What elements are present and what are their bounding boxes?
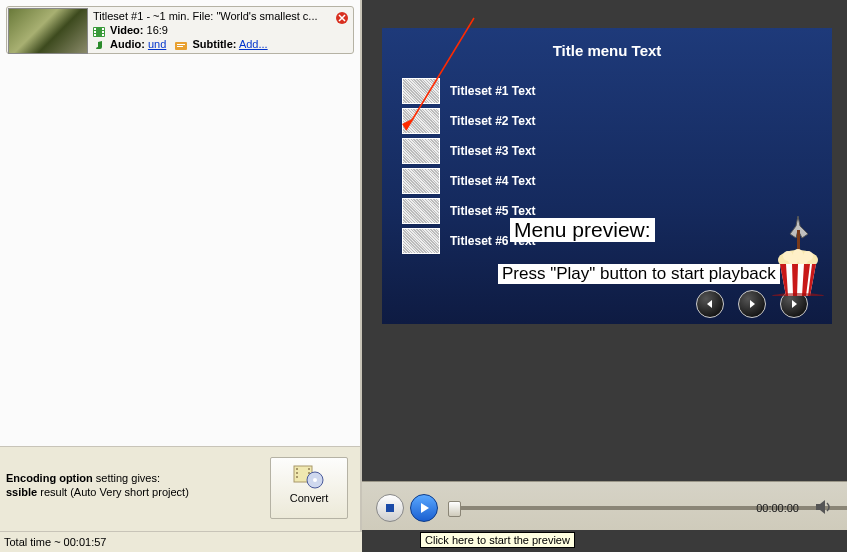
note-icon [93, 40, 105, 50]
right-pane: Title menu Text Titleset #1 Text Titlese… [362, 0, 847, 552]
svg-rect-1 [94, 28, 96, 30]
dvd-menu-item[interactable]: Titleset #3 Text [402, 136, 536, 166]
play-button[interactable] [410, 494, 438, 522]
titleset-info: Titleset #1 - ~1 min. File: "World's sma… [89, 7, 353, 53]
svg-rect-5 [102, 31, 104, 33]
svg-rect-6 [102, 34, 104, 36]
svg-rect-35 [386, 504, 394, 512]
nav-play-button[interactable] [738, 290, 766, 318]
volume-icon[interactable] [813, 496, 835, 518]
left-pane: Titleset #1 - ~1 min. File: "World's sma… [0, 0, 362, 552]
player-bar: 00:00:00 Click here to start the preview [362, 481, 847, 530]
bottom-strip: Encoding option setting gives: ssible re… [0, 446, 360, 532]
convert-icon [293, 464, 325, 490]
titleset-title: Titleset #1 - ~1 min. File: "World's sma… [93, 9, 349, 23]
svg-rect-3 [94, 34, 96, 36]
menu-thumb [402, 138, 440, 164]
svg-rect-13 [296, 472, 298, 474]
svg-rect-14 [296, 476, 298, 478]
svg-point-33 [772, 293, 824, 296]
subtitle-add-link[interactable]: Add... [239, 38, 268, 50]
convert-button[interactable]: Convert [270, 457, 348, 519]
svg-point-19 [313, 478, 317, 482]
preview-area: Title menu Text Titleset #1 Text Titlese… [362, 0, 847, 480]
svg-rect-12 [296, 468, 298, 470]
svg-rect-15 [308, 468, 310, 470]
total-time: Total time ~ 00:01:57 [4, 536, 106, 548]
audio-link[interactable]: und [148, 38, 166, 50]
dvd-menu-title: Title menu Text [382, 28, 832, 69]
menu-thumb [402, 168, 440, 194]
dvd-menu: Title menu Text Titleset #1 Text Titlese… [382, 28, 832, 324]
encoding-summary: Encoding option setting gives: ssible re… [6, 471, 258, 499]
seek-thumb[interactable] [448, 501, 461, 517]
menu-thumb [402, 198, 440, 224]
film-icon [93, 26, 105, 36]
menu-thumb [402, 108, 440, 134]
titleset-thumbnail [8, 8, 88, 54]
menu-thumb [402, 78, 440, 104]
dvd-menu-item[interactable]: Titleset #2 Text [402, 106, 536, 136]
svg-rect-8 [177, 44, 185, 45]
convert-label: Convert [271, 492, 347, 504]
audio-label: Audio: [110, 38, 145, 50]
subtitle-label: Subtitle: [192, 38, 236, 50]
stop-button[interactable] [376, 494, 404, 522]
popcorn-image [770, 216, 826, 296]
svg-point-32 [798, 255, 808, 265]
preview-overlay-sub: Press "Play" button to start playback [498, 264, 780, 284]
titleset-card[interactable]: Titleset #1 - ~1 min. File: "World's sma… [6, 6, 354, 54]
play-tooltip: Click here to start the preview [420, 532, 575, 548]
close-icon[interactable] [335, 11, 349, 25]
dvd-menu-item[interactable]: Titleset #4 Text [402, 166, 536, 196]
video-label: Video: [110, 24, 143, 36]
svg-rect-9 [177, 46, 183, 47]
subtitle-icon [175, 40, 187, 50]
menu-thumb [402, 228, 440, 254]
dvd-menu-item[interactable]: Titleset #1 Text [402, 76, 536, 106]
svg-rect-4 [102, 28, 104, 30]
video-value: 16:9 [147, 24, 168, 36]
timecode: 00:00:00 [756, 502, 799, 514]
svg-rect-2 [94, 31, 96, 33]
svg-point-31 [788, 255, 798, 265]
preview-overlay-title: Menu preview: [510, 218, 655, 242]
nav-prev-button[interactable] [696, 290, 724, 318]
